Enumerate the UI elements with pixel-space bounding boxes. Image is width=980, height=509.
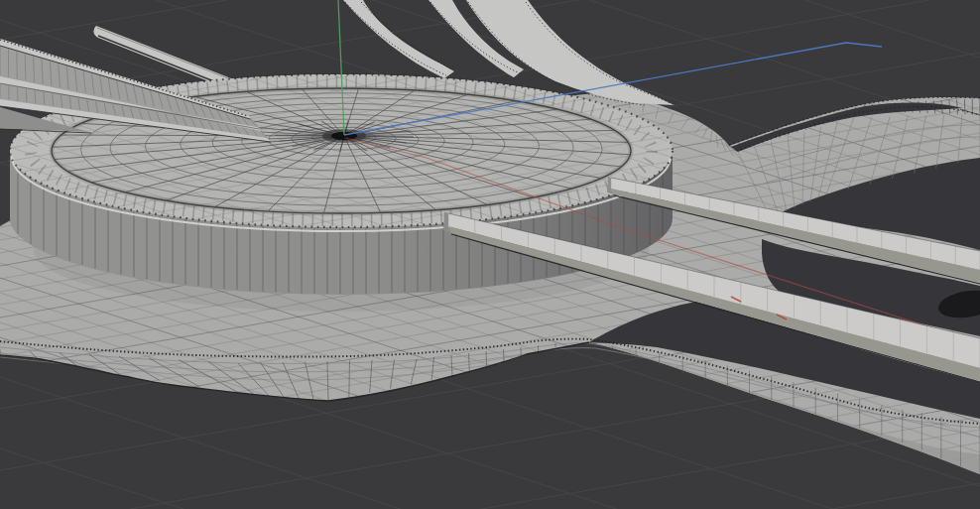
viewport-canvas[interactable] xyxy=(0,0,980,509)
viewport-3d[interactable] xyxy=(0,0,980,509)
